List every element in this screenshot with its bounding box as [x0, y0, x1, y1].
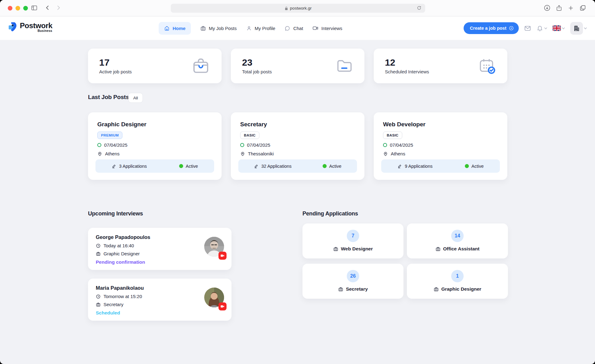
active-dot-icon	[179, 164, 183, 168]
job-card-footer: 32 Applications Active	[238, 159, 357, 173]
nav-item-my-profile[interactable]: My Profile	[246, 25, 275, 31]
zoom-window-button[interactable]	[23, 6, 28, 11]
nav-item-chat[interactable]: Chat	[284, 25, 303, 31]
interview-status: Pending confirmation	[96, 259, 231, 265]
back-icon[interactable]	[44, 4, 51, 11]
pending-count-badge: 7	[347, 230, 359, 242]
status-circle-icon	[383, 143, 387, 147]
job-title: Graphic Designer	[97, 121, 222, 128]
stat-label: Active job posts	[99, 69, 132, 74]
status-circle-icon	[240, 143, 244, 147]
forward-icon[interactable]	[55, 4, 62, 11]
job-card[interactable]: Secretary BASIC 07/04/2025 Thessaloniki …	[231, 112, 364, 180]
nav-item-home[interactable]: Home	[159, 22, 191, 35]
downloads-icon[interactable]	[544, 4, 551, 11]
job-date: 07/04/2025	[390, 142, 413, 148]
job-date: 07/04/2025	[104, 142, 127, 148]
pending-role-label: Web Designer	[341, 246, 373, 252]
plus-circle-icon	[509, 26, 514, 31]
applications-count[interactable]: 32 Applications	[254, 164, 292, 169]
briefcase-icon	[338, 287, 343, 292]
sidebar-toggle-icon[interactable]	[31, 4, 38, 11]
briefcase-icon	[191, 56, 210, 76]
interview-role: Secretary	[104, 302, 123, 307]
address-bar[interactable]: postwork.gr	[171, 4, 425, 13]
status-label: Active	[186, 164, 198, 169]
filter-all-button[interactable]: All	[128, 93, 143, 103]
interview-card[interactable]: George Papadopoulos Today at 16:40 Graph…	[88, 228, 231, 270]
stat-label: Scheduled Interviews	[385, 69, 429, 74]
calendar-check-icon	[478, 57, 496, 75]
pending-application-card[interactable]: 1 Graphic Designer	[407, 264, 508, 299]
create-job-post-button[interactable]: Create a job post	[464, 22, 519, 34]
folder-icon	[335, 57, 353, 75]
nav-item-my-job-posts[interactable]: My Job Posts	[200, 25, 237, 31]
video-call-badge-icon[interactable]	[218, 252, 227, 260]
briefcase-icon	[96, 302, 101, 307]
pending-count-badge: 26	[347, 270, 359, 282]
status-label: Active	[471, 164, 484, 169]
stat-card-total-job-posts: 23 Total job posts	[231, 49, 364, 83]
chevron-down-icon	[562, 27, 565, 29]
nav-label: My Profile	[255, 26, 275, 31]
briefcase-icon	[435, 246, 441, 252]
location-pin-icon	[383, 151, 388, 156]
edit-pen-icon	[254, 164, 259, 169]
brand-logo[interactable]: Postwork Business	[9, 20, 52, 33]
active-dot-icon	[323, 164, 327, 168]
status-label: Active	[329, 164, 342, 169]
stat-card-active-job-posts: 17 Active job posts	[88, 49, 222, 83]
job-title: Web Developer	[383, 121, 507, 128]
person-icon	[246, 25, 252, 31]
upcoming-interviews-title: Upcoming Interviews	[88, 210, 143, 217]
toolbar-actions	[544, 4, 586, 11]
tab-overview-icon[interactable]	[579, 4, 586, 11]
job-card-footer: 3 Applications Active	[95, 159, 214, 173]
stat-value: 23	[242, 58, 272, 67]
pending-application-card[interactable]: 7 Web Designer	[302, 223, 403, 258]
postwork-logo-icon	[9, 22, 19, 33]
pending-applications-title: Pending Applications	[302, 210, 358, 217]
last-job-posts-title: Last Job Posts	[88, 94, 129, 101]
job-status: Active	[465, 164, 484, 169]
job-card[interactable]: Web Developer BASIC 07/04/2025 Athens 9 …	[374, 112, 507, 180]
pending-count-badge: 1	[451, 270, 464, 282]
window-controls	[8, 6, 28, 11]
url-text: postwork.gr	[290, 6, 312, 11]
applications-count[interactable]: 9 Applications	[397, 164, 432, 169]
job-status: Active	[323, 164, 342, 169]
home-icon	[164, 25, 170, 31]
applications-label: 3 Applications	[119, 164, 147, 169]
location-pin-icon	[97, 151, 102, 156]
pending-application-card[interactable]: 26 Secretary	[302, 264, 403, 299]
pending-application-card[interactable]: 14 Office Assistant	[407, 223, 508, 258]
account-menu[interactable]	[570, 22, 587, 35]
uk-flag-icon	[553, 25, 561, 31]
lock-icon	[284, 6, 288, 11]
language-menu[interactable]	[553, 25, 565, 31]
interview-card[interactable]: Maria Papanikolaou Tomorrow at 15:20 Sec…	[88, 279, 231, 321]
close-window-button[interactable]	[8, 6, 12, 11]
nav-label: Chat	[293, 26, 303, 31]
reload-icon[interactable]	[417, 6, 421, 10]
job-date: 07/04/2025	[247, 142, 270, 148]
share-icon[interactable]	[556, 5, 562, 11]
job-title: Secretary	[240, 121, 364, 128]
stat-value: 12	[385, 58, 429, 67]
new-tab-icon[interactable]	[567, 5, 574, 11]
company-building-icon	[570, 22, 583, 35]
plan-badge: BASIC	[383, 132, 402, 139]
minimize-window-button[interactable]	[15, 6, 20, 11]
job-card[interactable]: Graphic Designer PREMIUM 07/04/2025 Athe…	[88, 112, 222, 180]
job-status: Active	[179, 164, 198, 169]
briefcase-icon	[434, 287, 439, 292]
location-pin-icon	[240, 151, 245, 156]
messages-icon[interactable]	[524, 25, 531, 32]
clock-icon	[96, 294, 101, 299]
nav-item-interviews[interactable]: Interviews	[312, 25, 342, 31]
video-call-badge-icon[interactable]	[218, 302, 227, 310]
create-job-post-label: Create a job post	[470, 26, 506, 31]
notifications-menu[interactable]	[536, 25, 547, 32]
applications-count[interactable]: 3 Applications	[112, 164, 147, 169]
applications-label: 32 Applications	[261, 164, 292, 169]
